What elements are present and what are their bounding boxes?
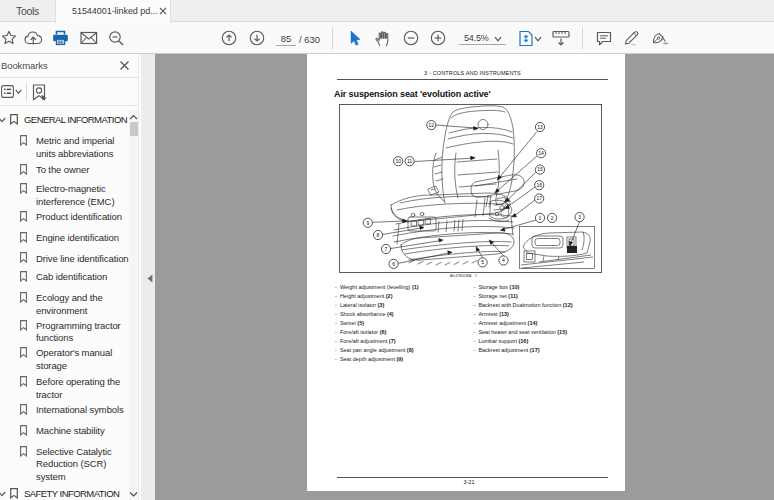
- svg-text:14: 14: [538, 150, 544, 156]
- svg-text:7: 7: [384, 246, 387, 252]
- svg-text:1: 1: [538, 215, 541, 221]
- svg-text:13: 13: [537, 124, 543, 130]
- svg-text:9: 9: [366, 220, 369, 226]
- svg-text:10: 10: [395, 158, 401, 164]
- svg-text:17: 17: [536, 195, 542, 201]
- svg-text:15: 15: [537, 166, 543, 172]
- svg-text:11: 11: [406, 158, 411, 164]
- svg-text:2: 2: [550, 215, 553, 221]
- svg-text:3: 3: [578, 214, 581, 220]
- svg-text:4: 4: [502, 257, 505, 263]
- svg-text:12: 12: [428, 122, 434, 128]
- svg-text:8: 8: [376, 232, 379, 238]
- svg-text:16: 16: [536, 182, 542, 188]
- svg-text:6: 6: [392, 261, 395, 267]
- svg-text:5: 5: [481, 259, 484, 265]
